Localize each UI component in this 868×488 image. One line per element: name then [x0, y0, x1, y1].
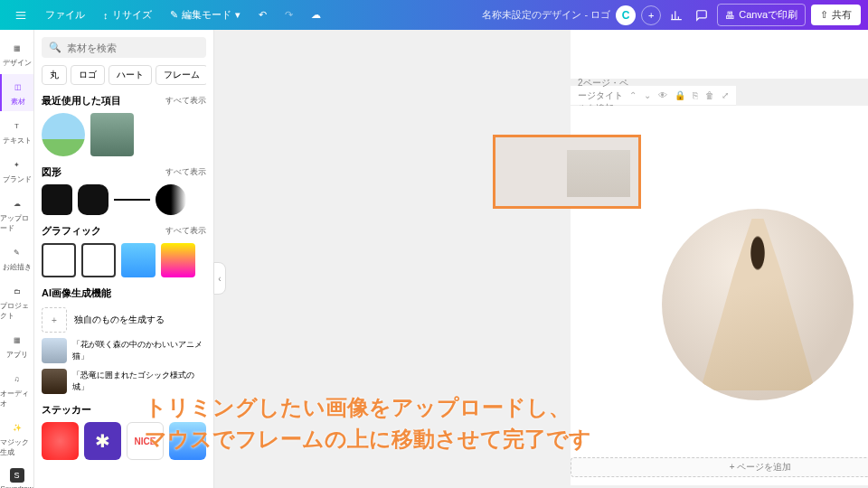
print-button[interactable]: 🖶 Canvaで印刷: [717, 4, 806, 26]
rail-label: お絵描き: [3, 262, 32, 272]
rail-draw[interactable]: ✎お絵描き: [0, 239, 33, 277]
search-input[interactable]: [67, 42, 199, 53]
rail-elements[interactable]: ◫素材: [0, 74, 33, 111]
graphic-thumb[interactable]: [42, 243, 76, 277]
graphic-thumb[interactable]: [121, 243, 156, 277]
comment-icon[interactable]: [692, 5, 712, 25]
resize-label: リサイズ: [112, 8, 152, 22]
see-all[interactable]: すべて表示: [165, 166, 206, 178]
delete-icon[interactable]: 🗑: [705, 90, 714, 100]
add-page-button[interactable]: + ページを追加: [571, 457, 868, 477]
ai-thumb[interactable]: [42, 369, 67, 394]
pill[interactable]: ハート: [108, 65, 152, 85]
analytics-icon[interactable]: [666, 5, 686, 25]
search-icon: 🔍: [49, 42, 61, 53]
sticker[interactable]: ✱: [84, 422, 121, 460]
page-1-edge: [571, 30, 868, 79]
pill[interactable]: フレーム: [156, 65, 206, 85]
edit-mode-label: 編集モード: [182, 8, 231, 22]
page-header: 2ページ・ページタイトルを追加 ⌃ ⌄ 👁 🔒 ⎘ 🗑 ⤢: [571, 86, 736, 106]
rail-brand[interactable]: ✦ブランド: [0, 152, 33, 189]
rail-soundraw[interactable]: SSoundraw: [0, 464, 33, 488]
pill[interactable]: ロゴ: [71, 65, 105, 85]
page-down-icon[interactable]: ⌄: [644, 90, 651, 100]
shape-line[interactable]: [114, 199, 150, 201]
rail-label: アップロード: [0, 213, 33, 233]
section-title: グラフィック: [42, 224, 101, 238]
visibility-icon[interactable]: 👁: [658, 90, 667, 100]
ai-prompt[interactable]: 「恐竜に囲まれたゴシック様式の城」: [72, 370, 206, 393]
share-label: 共有: [832, 8, 852, 22]
ai-prompt[interactable]: 「花が咲く森の中のかわいいアニメ猫」: [72, 339, 206, 362]
rail-magic[interactable]: ✨マジック生成: [0, 415, 33, 462]
shape-circle-grad[interactable]: [156, 184, 186, 215]
page-up-icon[interactable]: ⌃: [629, 90, 637, 100]
rail-label: プロジェクト: [0, 301, 33, 321]
section-title: ステッカー: [42, 403, 91, 417]
cloud-sync-icon[interactable]: ☁: [304, 5, 328, 24]
menu-button[interactable]: [7, 5, 34, 25]
rail-upload[interactable]: ☁アップロード: [0, 191, 33, 238]
see-all[interactable]: すべて表示: [165, 95, 206, 107]
share-button[interactable]: ⇧ 共有: [811, 5, 861, 25]
file-menu[interactable]: ファイル: [38, 5, 92, 25]
rail-text[interactable]: Tテキスト: [0, 113, 33, 150]
duplicate-icon[interactable]: ⎘: [693, 90, 698, 100]
print-label: Canvaで印刷: [739, 8, 797, 22]
nav-rail: ▦デザイン ◫素材 Tテキスト ✦ブランド ☁アップロード ✎お絵描き 🗀プロジ…: [0, 30, 34, 488]
rail-label: テキスト: [3, 136, 32, 145]
rail-label: アプリ: [6, 350, 28, 360]
redo-button[interactable]: ↷: [278, 5, 300, 24]
ai-generate-button[interactable]: +: [42, 307, 67, 333]
undo-button[interactable]: ↶: [251, 5, 274, 24]
rail-projects[interactable]: 🗀プロジェクト: [0, 278, 33, 325]
rail-label: Soundraw: [0, 484, 33, 488]
recent-thumb[interactable]: [90, 113, 134, 156]
avatar[interactable]: C: [616, 5, 636, 25]
rail-label: ブランド: [3, 174, 32, 184]
edit-mode-menu[interactable]: ✎ 編集モード ▾: [163, 5, 248, 25]
shape-square[interactable]: [42, 184, 72, 215]
rail-apps[interactable]: ▦アプリ: [0, 327, 33, 364]
rail-label: マジック生成: [0, 437, 33, 457]
dragged-image-content: [567, 150, 630, 197]
collapse-sidebar-button[interactable]: ‹: [213, 262, 226, 295]
ai-generate-label: 独自のものを生成する: [74, 314, 165, 326]
rail-label: 素材: [11, 97, 25, 107]
sticker[interactable]: [42, 422, 79, 460]
lock-icon[interactable]: 🔒: [675, 90, 685, 100]
graphic-thumb[interactable]: [161, 243, 195, 277]
search-box[interactable]: 🔍: [42, 37, 206, 58]
section-title: AI画像生成機能: [42, 286, 111, 300]
see-all[interactable]: すべて表示: [165, 225, 206, 237]
shape-rounded[interactable]: [78, 184, 108, 215]
expand-icon[interactable]: ⤢: [722, 90, 729, 100]
top-bar: ファイル ↕ リサイズ ✎ 編集モード ▾ ↶ ↷ ☁ 名称未設定のデザイン -…: [0, 0, 868, 30]
pill[interactable]: 丸: [42, 65, 67, 85]
instruction-text-2: マウスでフレームの上に移動させて完了です: [145, 425, 591, 454]
pill-row: 丸 ロゴ ハート フレーム 線 ›: [42, 65, 206, 85]
rail-label: デザイン: [3, 58, 32, 68]
section-title: 図形: [42, 165, 61, 179]
rail-label: オーディオ: [0, 389, 33, 408]
graphic-thumb[interactable]: [81, 243, 116, 277]
recent-thumb[interactable]: [42, 113, 85, 156]
doc-title[interactable]: 名称未設定のデザイン - ロゴ: [482, 8, 610, 22]
add-member-button[interactable]: +: [641, 5, 661, 25]
rail-audio[interactable]: ♫オーディオ: [0, 366, 33, 413]
resize-menu[interactable]: ↕ リサイズ: [96, 5, 159, 25]
circle-frame[interactable]: [662, 209, 854, 400]
image-content: [700, 219, 815, 391]
ai-thumb[interactable]: [42, 338, 67, 363]
rail-design[interactable]: ▦デザイン: [0, 35, 33, 72]
dragged-image[interactable]: [493, 135, 641, 209]
instruction-text-1: トリミングしたい画像をアップロードし、: [145, 393, 571, 422]
section-title: 最近使用した項目: [42, 94, 121, 108]
